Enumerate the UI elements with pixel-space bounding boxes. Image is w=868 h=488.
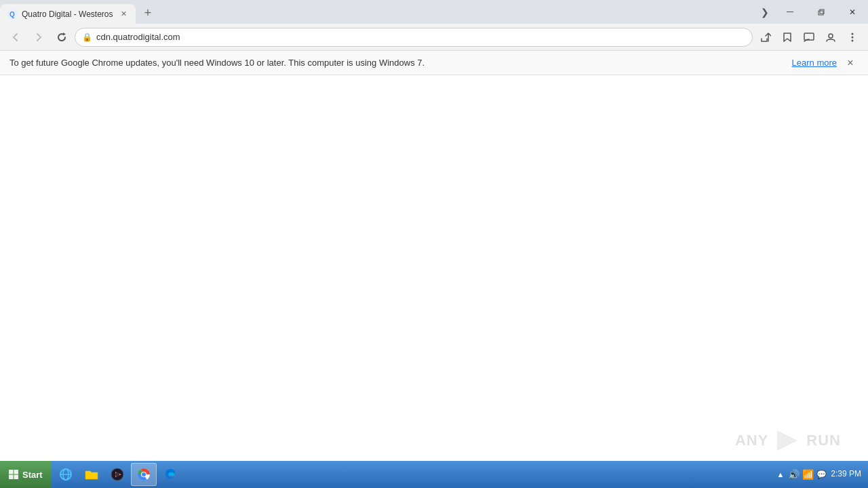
system-tray: ▲ 🔊 📶 💬 2:39 PM [770, 469, 868, 480]
start-label: Start [22, 470, 43, 480]
menu-button[interactable] [842, 27, 863, 47]
svg-point-10 [852, 39, 854, 41]
taskbar-item-explorer[interactable] [79, 463, 104, 486]
tab-close-button[interactable]: ✕ [118, 9, 129, 20]
taskbar: Start [0, 461, 868, 488]
watermark-text-run: RUN [806, 432, 841, 449]
svg-point-21 [115, 472, 119, 476]
window-controls: ✕ [774, 0, 868, 24]
svg-rect-2 [787, 12, 793, 12]
bookmark-button[interactable] [777, 27, 797, 47]
svg-rect-13 [14, 470, 19, 474]
minimize-button[interactable] [774, 0, 806, 24]
volume-icon[interactable]: 🔊 [788, 469, 800, 480]
show-hidden-icons-button[interactable]: ▲ [776, 470, 784, 479]
lock-icon: 🔒 [82, 33, 92, 42]
tab-favicon-icon: Q [7, 9, 18, 20]
info-bar-close-button[interactable]: × [842, 55, 859, 71]
address-text: cdn.quatrodigital.com [96, 32, 745, 42]
media-player-icon [111, 468, 124, 481]
cast-button[interactable] [799, 27, 819, 47]
action-center-icon[interactable]: 💬 [816, 470, 827, 479]
start-button[interactable]: Start [0, 461, 51, 488]
watermark: ANY RUN [735, 427, 841, 454]
profile-button[interactable] [821, 27, 841, 47]
chrome-icon [137, 468, 151, 481]
tray-icons: 🔊 📶 💬 [788, 469, 827, 480]
svg-point-8 [852, 33, 854, 35]
svg-point-9 [852, 36, 854, 38]
page-content [0, 75, 868, 461]
folder-icon [85, 468, 98, 481]
watermark-text-any: ANY [735, 432, 768, 449]
taskbar-item-edge[interactable] [158, 463, 182, 486]
taskbar-item-chrome[interactable] [131, 463, 157, 486]
windows-logo-icon [8, 469, 19, 480]
active-tab[interactable]: Q Quatro Digital - Westeros ✕ [0, 4, 136, 24]
tab-title: Quatro Digital - Westeros [22, 9, 114, 19]
nav-action-buttons [755, 27, 863, 47]
restore-button[interactable] [806, 0, 837, 24]
forward-button[interactable] [28, 27, 49, 47]
taskbar-item-media[interactable] [105, 463, 130, 486]
svg-rect-15 [14, 475, 19, 480]
svg-rect-3 [818, 11, 823, 15]
refresh-button[interactable] [52, 27, 72, 47]
svg-rect-12 [9, 470, 14, 474]
tab-strip: Q Quatro Digital - Westeros ✕ + [0, 0, 755, 24]
svg-text:Q: Q [9, 11, 15, 18]
taskbar-items [51, 463, 770, 486]
svg-marker-11 [777, 430, 797, 451]
tab-scroll-button[interactable]: ❯ [755, 0, 774, 24]
taskbar-item-ie[interactable] [54, 463, 78, 486]
edge-icon [163, 468, 177, 481]
info-bar: To get future Google Chrome updates, you… [0, 51, 868, 75]
learn-more-link[interactable]: Learn more [792, 58, 837, 68]
network-icon[interactable]: 📶 [802, 469, 814, 480]
ie-icon [59, 468, 73, 481]
close-button[interactable]: ✕ [837, 0, 868, 24]
watermark-play-icon [774, 427, 801, 454]
info-bar-message: To get future Google Chrome updates, you… [9, 58, 787, 68]
title-bar: Q Quatro Digital - Westeros ✕ + ❯ ✕ [0, 0, 868, 24]
svg-rect-14 [9, 475, 14, 480]
address-bar[interactable]: 🔒 cdn.quatrodigital.com [75, 28, 753, 47]
back-button[interactable] [5, 27, 26, 47]
svg-point-24 [142, 472, 146, 476]
svg-marker-5 [63, 33, 66, 36]
svg-point-7 [829, 34, 833, 38]
clock-time: 2:39 PM [831, 469, 861, 480]
navigation-bar: 🔒 cdn.quatrodigital.com [0, 24, 868, 51]
new-tab-button[interactable]: + [138, 3, 157, 22]
system-clock[interactable]: 2:39 PM [831, 469, 861, 480]
share-button[interactable] [755, 27, 776, 47]
